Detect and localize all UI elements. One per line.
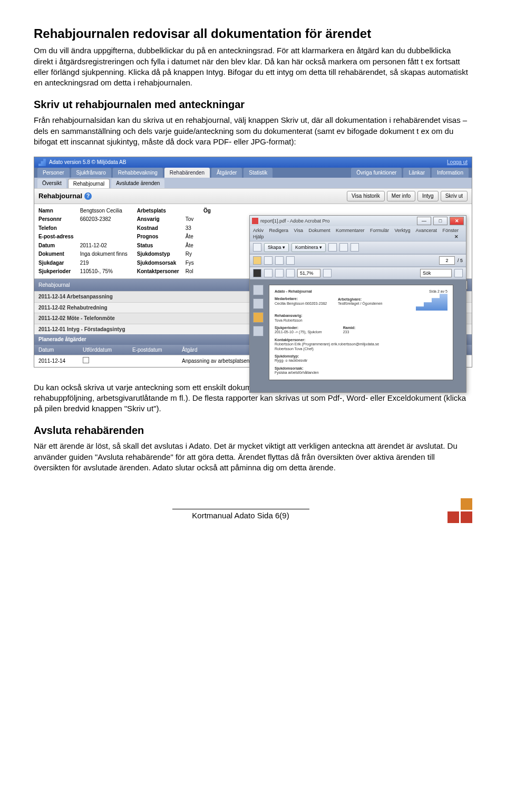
logout-link[interactable]: Logga ut: [447, 159, 468, 166]
btn-kombinera[interactable]: Kombinera ▾: [291, 243, 326, 252]
acrobat-menubar: Arkiv Redigera Visa Dokument Kommentarer…: [250, 226, 466, 241]
checkbox-icon[interactable]: [83, 357, 89, 363]
doc-close-icon[interactable]: ✕: [454, 234, 459, 240]
btn-intyg[interactable]: Intyg: [417, 191, 439, 201]
pages-panel-icon[interactable]: [253, 285, 264, 295]
menu-hjalp[interactable]: Hjälp: [253, 234, 264, 239]
pdf-kontakt-label: Kontaktpersoner:: [275, 338, 305, 342]
menu-kommentarer[interactable]: Kommentarer: [336, 228, 365, 233]
subtab-oversikt[interactable]: Översikt: [37, 179, 66, 189]
bookmarks-panel-icon[interactable]: [253, 298, 264, 309]
tab-lankar[interactable]: Länkar: [403, 168, 430, 178]
window-max-button[interactable]: □: [433, 217, 447, 225]
lbl-arbetsplats: Arbetsplats: [137, 207, 179, 215]
open-icon[interactable]: [253, 256, 261, 265]
tool-icon[interactable]: [351, 243, 359, 252]
tab-information[interactable]: Information: [432, 168, 469, 178]
chevron-icon[interactable]: [454, 269, 463, 277]
window-close-button[interactable]: ✕: [450, 217, 464, 225]
mail-icon[interactable]: [286, 256, 295, 265]
pdf-sjukdomstyp-value: Rygg- o nackbesvär: [275, 359, 307, 362]
menu-avancerat[interactable]: Avancerat: [416, 228, 437, 233]
btn-skriv-ut[interactable]: Skriv ut: [441, 191, 468, 201]
print-icon[interactable]: [253, 243, 261, 252]
planned-datum: 2011-12-14: [38, 357, 75, 365]
pdf-rehab-label: Rehabansvarig:: [275, 314, 303, 317]
pdf-paper: Adato - Rehabjournal Sida 2 av 5 Medarbe…: [269, 285, 453, 380]
val-datum: 2011-12-02: [80, 242, 128, 249]
menu-verktyg[interactable]: Verktyg: [395, 228, 411, 233]
pdf-medarb-value: Cecilia Bengtsson 660203-2382: [275, 302, 327, 305]
tab-atgarder[interactable]: Åtgärder: [211, 168, 242, 178]
main-tabs: Personer Sjukfrånvaro Rehabbevakning Reh…: [34, 168, 472, 178]
val-sjukperioder: 110510-, 75%: [80, 268, 128, 275]
window-titlebar: Adato version 5.8 © Miljödata AB Logga u…: [34, 157, 472, 168]
pdf-sjukper-label: Sjukperioder:: [275, 326, 298, 330]
pdf-sjukdomsorsak-value: Fysiska arbetsförhållanden: [275, 371, 319, 374]
tab-statistik[interactable]: Statistik: [244, 168, 273, 178]
val-telefon: [80, 225, 128, 232]
journal-label: Rehabjournal: [38, 282, 70, 289]
btn-skapa[interactable]: Skapa ▾: [264, 243, 289, 252]
panel-title: Rehabjournal: [38, 191, 82, 201]
sub-tabs: Översikt Rehabjournal Avslutade ärenden: [34, 178, 472, 189]
menu-arkiv[interactable]: Arkiv: [253, 228, 264, 233]
menu-redigera[interactable]: Redigera: [269, 228, 289, 233]
pdf-sjukdomsorsak-label: Sjukdomsorsak:: [275, 366, 303, 370]
lbl-sjukdomsorsak: Sjukdomsorsak: [137, 259, 179, 267]
page-total: / 5: [458, 257, 463, 264]
search-field[interactable]: Sök: [420, 269, 452, 277]
lbl-epost: E-post-adress: [38, 233, 74, 240]
comments-panel-icon[interactable]: [253, 312, 264, 323]
lbl-og: Ög: [203, 207, 211, 275]
tab-rehabbevakning[interactable]: Rehabbevakning: [113, 168, 163, 178]
acrobat-toolbar-1: Skapa ▾ Kombinera ▾: [250, 241, 466, 254]
btn-visa-historik[interactable]: Visa historik: [347, 191, 385, 201]
zoom-out-icon[interactable]: [275, 269, 284, 277]
zoom-field[interactable]: 51,7%: [297, 269, 320, 277]
acrobat-title: report[1].pdf - Adobe Acrobat Pro: [260, 218, 330, 224]
footer-text: Kortmanual Adato Sida 6(9): [192, 511, 289, 520]
pdf-pagenum: Sida 2 av 5: [429, 289, 447, 294]
zoom-in-icon[interactable]: [286, 269, 295, 277]
subtab-avslutade[interactable]: Avslutade ärenden: [111, 179, 164, 189]
lbl-personnr: Personnr: [38, 216, 74, 223]
val-personnr: 660203-2382: [80, 216, 128, 223]
page-title: Rehabjournalen redovisar all dokumentati…: [34, 25, 472, 42]
acrobat-toolbar-2: 2 / 5: [250, 254, 466, 267]
select-icon[interactable]: [253, 269, 261, 277]
menu-fonster[interactable]: Fönster: [442, 228, 459, 233]
acrobat-window: report[1].pdf - Adobe Acrobat Pro — □ ✕ …: [249, 215, 466, 393]
hand-icon[interactable]: [264, 269, 273, 277]
panel-toolbar: Rehabjournal ? Visa historik Mer info In…: [34, 188, 472, 204]
attachments-panel-icon[interactable]: [253, 326, 264, 336]
subtab-rehabjournal[interactable]: Rehabjournal: [68, 179, 110, 189]
lbl-kostnad: Kostnad: [137, 225, 179, 232]
val-sjukdomsorsak: Fys: [186, 259, 194, 267]
tab-ovriga[interactable]: Övriga funktioner: [351, 168, 402, 178]
tab-rehabarenden[interactable]: Rehabärenden: [164, 168, 210, 178]
lbl-sjukperioder: Sjukperioder: [38, 268, 74, 275]
btn-mer-info[interactable]: Mer info: [387, 191, 415, 201]
menu-dokument[interactable]: Dokument: [308, 228, 330, 233]
lbl-status: Status: [137, 242, 179, 249]
col-epost: E-postdatum: [132, 346, 174, 354]
help-icon[interactable]: ?: [84, 192, 92, 200]
tool-icon[interactable]: [328, 243, 337, 252]
menu-visa[interactable]: Visa: [294, 228, 303, 233]
tab-personer[interactable]: Personer: [37, 168, 70, 178]
val-dokument: Inga dokument finns: [80, 250, 128, 258]
app-title: Adato version 5.8 © Miljödata AB: [49, 159, 126, 166]
tool-icon[interactable]: [323, 269, 332, 277]
tab-sjukfranvaro[interactable]: Sjukfrånvaro: [71, 168, 111, 178]
screenshot-adato: Adato version 5.8 © Miljödata AB Logga u…: [34, 157, 472, 368]
window-min-button[interactable]: —: [417, 217, 431, 225]
print-icon[interactable]: [275, 256, 284, 265]
lbl-namn: Namn: [38, 207, 74, 215]
tool-icon[interactable]: [339, 243, 348, 252]
val-sjukdomstyp: Ry: [186, 250, 194, 258]
page-number-field[interactable]: 2: [439, 256, 455, 265]
menu-formular[interactable]: Formulär: [370, 228, 389, 233]
pdf-ramid-value: 233: [343, 330, 349, 334]
save-icon[interactable]: [264, 256, 273, 265]
